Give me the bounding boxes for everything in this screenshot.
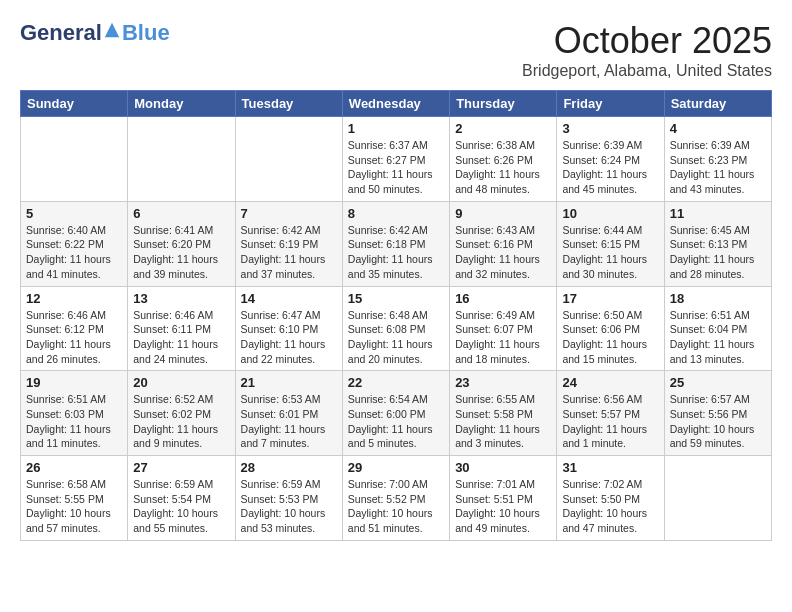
- day-info: Sunrise: 6:43 AM Sunset: 6:16 PM Dayligh…: [455, 223, 551, 282]
- day-info: Sunrise: 6:59 AM Sunset: 5:54 PM Dayligh…: [133, 477, 229, 536]
- calendar-cell: 14Sunrise: 6:47 AM Sunset: 6:10 PM Dayli…: [235, 286, 342, 371]
- calendar-table: SundayMondayTuesdayWednesdayThursdayFrid…: [20, 90, 772, 541]
- calendar-week-row: 19Sunrise: 6:51 AM Sunset: 6:03 PM Dayli…: [21, 371, 772, 456]
- weekday-header: Saturday: [664, 91, 771, 117]
- calendar-cell: 7Sunrise: 6:42 AM Sunset: 6:19 PM Daylig…: [235, 201, 342, 286]
- day-info: Sunrise: 6:37 AM Sunset: 6:27 PM Dayligh…: [348, 138, 444, 197]
- calendar-cell: 4Sunrise: 6:39 AM Sunset: 6:23 PM Daylig…: [664, 117, 771, 202]
- day-info: Sunrise: 6:42 AM Sunset: 6:19 PM Dayligh…: [241, 223, 337, 282]
- day-number: 19: [26, 375, 122, 390]
- day-number: 8: [348, 206, 444, 221]
- day-info: Sunrise: 6:45 AM Sunset: 6:13 PM Dayligh…: [670, 223, 766, 282]
- day-number: 20: [133, 375, 229, 390]
- day-number: 13: [133, 291, 229, 306]
- calendar-cell: 2Sunrise: 6:38 AM Sunset: 6:26 PM Daylig…: [450, 117, 557, 202]
- day-number: 11: [670, 206, 766, 221]
- weekday-header: Sunday: [21, 91, 128, 117]
- calendar-cell: 13Sunrise: 6:46 AM Sunset: 6:11 PM Dayli…: [128, 286, 235, 371]
- day-info: Sunrise: 6:48 AM Sunset: 6:08 PM Dayligh…: [348, 308, 444, 367]
- calendar-week-row: 26Sunrise: 6:58 AM Sunset: 5:55 PM Dayli…: [21, 456, 772, 541]
- day-info: Sunrise: 6:38 AM Sunset: 6:26 PM Dayligh…: [455, 138, 551, 197]
- logo-blue-text: Blue: [122, 20, 170, 46]
- calendar-cell: [664, 456, 771, 541]
- calendar-cell: 5Sunrise: 6:40 AM Sunset: 6:22 PM Daylig…: [21, 201, 128, 286]
- title-block: October 2025 Bridgeport, Alabama, United…: [522, 20, 772, 80]
- day-number: 18: [670, 291, 766, 306]
- calendar-cell: 18Sunrise: 6:51 AM Sunset: 6:04 PM Dayli…: [664, 286, 771, 371]
- day-info: Sunrise: 7:00 AM Sunset: 5:52 PM Dayligh…: [348, 477, 444, 536]
- day-info: Sunrise: 6:42 AM Sunset: 6:18 PM Dayligh…: [348, 223, 444, 282]
- calendar-cell: 30Sunrise: 7:01 AM Sunset: 5:51 PM Dayli…: [450, 456, 557, 541]
- calendar-cell: 31Sunrise: 7:02 AM Sunset: 5:50 PM Dayli…: [557, 456, 664, 541]
- calendar-cell: [128, 117, 235, 202]
- day-info: Sunrise: 6:56 AM Sunset: 5:57 PM Dayligh…: [562, 392, 658, 451]
- calendar-week-row: 12Sunrise: 6:46 AM Sunset: 6:12 PM Dayli…: [21, 286, 772, 371]
- day-number: 2: [455, 121, 551, 136]
- calendar-week-row: 5Sunrise: 6:40 AM Sunset: 6:22 PM Daylig…: [21, 201, 772, 286]
- calendar-cell: 20Sunrise: 6:52 AM Sunset: 6:02 PM Dayli…: [128, 371, 235, 456]
- logo-icon: [103, 21, 121, 39]
- day-info: Sunrise: 6:54 AM Sunset: 6:00 PM Dayligh…: [348, 392, 444, 451]
- day-info: Sunrise: 6:44 AM Sunset: 6:15 PM Dayligh…: [562, 223, 658, 282]
- weekday-header: Monday: [128, 91, 235, 117]
- day-info: Sunrise: 6:46 AM Sunset: 6:12 PM Dayligh…: [26, 308, 122, 367]
- day-info: Sunrise: 6:46 AM Sunset: 6:11 PM Dayligh…: [133, 308, 229, 367]
- day-number: 30: [455, 460, 551, 475]
- calendar-cell: 17Sunrise: 6:50 AM Sunset: 6:06 PM Dayli…: [557, 286, 664, 371]
- day-info: Sunrise: 6:41 AM Sunset: 6:20 PM Dayligh…: [133, 223, 229, 282]
- calendar-cell: 3Sunrise: 6:39 AM Sunset: 6:24 PM Daylig…: [557, 117, 664, 202]
- day-info: Sunrise: 6:58 AM Sunset: 5:55 PM Dayligh…: [26, 477, 122, 536]
- day-info: Sunrise: 6:53 AM Sunset: 6:01 PM Dayligh…: [241, 392, 337, 451]
- day-number: 28: [241, 460, 337, 475]
- day-info: Sunrise: 6:51 AM Sunset: 6:04 PM Dayligh…: [670, 308, 766, 367]
- day-info: Sunrise: 6:40 AM Sunset: 6:22 PM Dayligh…: [26, 223, 122, 282]
- calendar-cell: 11Sunrise: 6:45 AM Sunset: 6:13 PM Dayli…: [664, 201, 771, 286]
- day-info: Sunrise: 6:39 AM Sunset: 6:23 PM Dayligh…: [670, 138, 766, 197]
- day-number: 26: [26, 460, 122, 475]
- day-info: Sunrise: 6:51 AM Sunset: 6:03 PM Dayligh…: [26, 392, 122, 451]
- calendar-cell: 16Sunrise: 6:49 AM Sunset: 6:07 PM Dayli…: [450, 286, 557, 371]
- day-info: Sunrise: 6:57 AM Sunset: 5:56 PM Dayligh…: [670, 392, 766, 451]
- day-info: Sunrise: 6:52 AM Sunset: 6:02 PM Dayligh…: [133, 392, 229, 451]
- weekday-header: Tuesday: [235, 91, 342, 117]
- calendar-cell: 22Sunrise: 6:54 AM Sunset: 6:00 PM Dayli…: [342, 371, 449, 456]
- calendar-cell: 15Sunrise: 6:48 AM Sunset: 6:08 PM Dayli…: [342, 286, 449, 371]
- day-info: Sunrise: 6:47 AM Sunset: 6:10 PM Dayligh…: [241, 308, 337, 367]
- day-number: 7: [241, 206, 337, 221]
- calendar-cell: 25Sunrise: 6:57 AM Sunset: 5:56 PM Dayli…: [664, 371, 771, 456]
- calendar-cell: 10Sunrise: 6:44 AM Sunset: 6:15 PM Dayli…: [557, 201, 664, 286]
- day-number: 6: [133, 206, 229, 221]
- location-subtitle: Bridgeport, Alabama, United States: [522, 62, 772, 80]
- calendar-cell: [21, 117, 128, 202]
- calendar-cell: 6Sunrise: 6:41 AM Sunset: 6:20 PM Daylig…: [128, 201, 235, 286]
- day-number: 27: [133, 460, 229, 475]
- day-number: 29: [348, 460, 444, 475]
- day-number: 4: [670, 121, 766, 136]
- day-number: 22: [348, 375, 444, 390]
- day-number: 25: [670, 375, 766, 390]
- day-number: 16: [455, 291, 551, 306]
- day-number: 3: [562, 121, 658, 136]
- day-number: 1: [348, 121, 444, 136]
- calendar-cell: 27Sunrise: 6:59 AM Sunset: 5:54 PM Dayli…: [128, 456, 235, 541]
- day-number: 15: [348, 291, 444, 306]
- weekday-header: Friday: [557, 91, 664, 117]
- day-number: 10: [562, 206, 658, 221]
- calendar-cell: 9Sunrise: 6:43 AM Sunset: 6:16 PM Daylig…: [450, 201, 557, 286]
- day-number: 17: [562, 291, 658, 306]
- calendar-cell: 19Sunrise: 6:51 AM Sunset: 6:03 PM Dayli…: [21, 371, 128, 456]
- calendar-cell: [235, 117, 342, 202]
- day-number: 12: [26, 291, 122, 306]
- svg-marker-0: [105, 23, 119, 37]
- month-title: October 2025: [522, 20, 772, 62]
- calendar-cell: 26Sunrise: 6:58 AM Sunset: 5:55 PM Dayli…: [21, 456, 128, 541]
- day-info: Sunrise: 6:39 AM Sunset: 6:24 PM Dayligh…: [562, 138, 658, 197]
- calendar-cell: 24Sunrise: 6:56 AM Sunset: 5:57 PM Dayli…: [557, 371, 664, 456]
- day-number: 21: [241, 375, 337, 390]
- day-number: 5: [26, 206, 122, 221]
- calendar-cell: 28Sunrise: 6:59 AM Sunset: 5:53 PM Dayli…: [235, 456, 342, 541]
- day-number: 31: [562, 460, 658, 475]
- day-info: Sunrise: 6:55 AM Sunset: 5:58 PM Dayligh…: [455, 392, 551, 451]
- day-number: 14: [241, 291, 337, 306]
- calendar-cell: 1Sunrise: 6:37 AM Sunset: 6:27 PM Daylig…: [342, 117, 449, 202]
